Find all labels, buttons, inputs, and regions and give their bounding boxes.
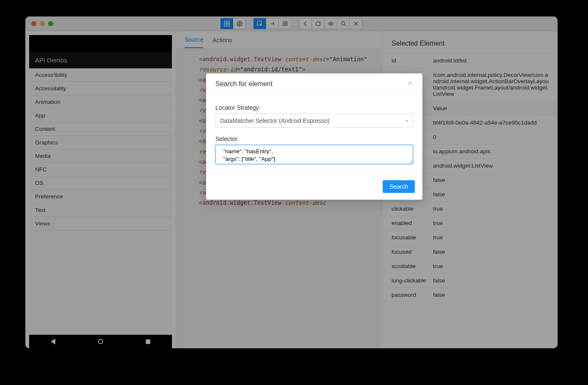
chevron-down-icon: ▾ — [406, 118, 408, 124]
close-icon — [407, 80, 413, 86]
modal-close-button[interactable] — [407, 80, 413, 88]
search-button[interactable]: Search — [383, 180, 415, 193]
locator-strategy-value: DataMatcher Selector (Android Espresso) — [220, 117, 329, 124]
app-window: API Demos Access'ibilityAccessibilityAni… — [25, 16, 558, 348]
locator-strategy-select[interactable]: DataMatcher Selector (Android Espresso) … — [215, 114, 413, 128]
search-element-modal: Search for element Locator Strategy: Dat… — [206, 73, 422, 200]
modal-footer: Search — [206, 175, 422, 200]
selector-input[interactable] — [215, 145, 413, 164]
modal-body: Locator Strategy: DataMatcher Selector (… — [206, 95, 422, 175]
locator-strategy-label: Locator Strategy: — [215, 104, 413, 111]
modal-header: Search for element — [206, 73, 422, 95]
selector-label: Selector: — [215, 136, 413, 142]
modal-title: Search for element — [215, 80, 272, 88]
